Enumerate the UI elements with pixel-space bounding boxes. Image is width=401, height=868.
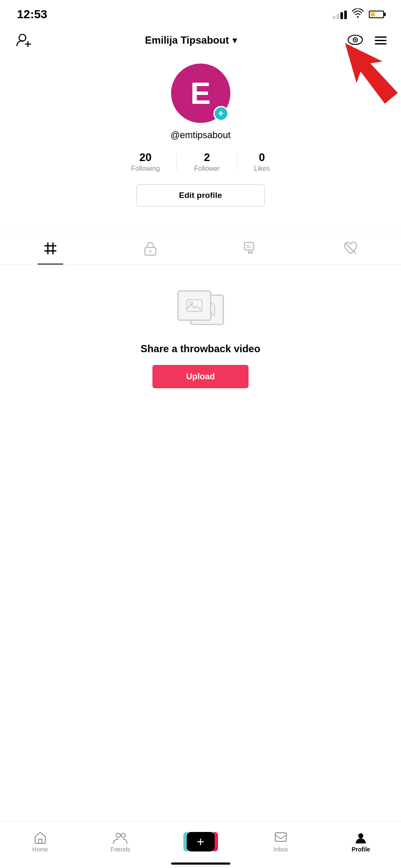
home-icon bbox=[33, 831, 47, 844]
nav-home-label: Home bbox=[32, 846, 48, 853]
profile-handle: @emtipsabout bbox=[170, 130, 230, 141]
signal-icon bbox=[333, 10, 347, 19]
svg-rect-19 bbox=[187, 300, 202, 312]
nav-friends[interactable]: Friends bbox=[80, 831, 160, 853]
eye-icon bbox=[348, 34, 363, 46]
battery-icon bbox=[369, 11, 384, 18]
header-right-actions bbox=[346, 32, 388, 49]
tab-tagged[interactable] bbox=[234, 239, 266, 258]
status-bar: 12:53 bbox=[0, 0, 401, 25]
svg-rect-21 bbox=[39, 839, 42, 843]
photo-front bbox=[177, 290, 211, 321]
profile-icon bbox=[354, 831, 368, 844]
tabs-section bbox=[0, 232, 401, 265]
nav-create[interactable]: + bbox=[160, 832, 241, 851]
followers-label: Follower bbox=[194, 165, 219, 172]
dropdown-icon: ▾ bbox=[232, 35, 237, 45]
upload-button[interactable]: Upload bbox=[152, 365, 249, 388]
svg-line-16 bbox=[346, 243, 356, 253]
nav-home[interactable]: Home bbox=[0, 831, 80, 853]
stats-row: 20 Following 2 Follower 0 Likes bbox=[114, 151, 287, 172]
svg-point-0 bbox=[19, 34, 26, 41]
add-avatar-button[interactable]: + bbox=[213, 106, 229, 121]
following-label: Following bbox=[131, 165, 160, 172]
friends-icon bbox=[113, 831, 128, 844]
tab-grid[interactable] bbox=[34, 239, 66, 258]
nav-inbox[interactable]: Inbox bbox=[241, 831, 321, 853]
tabs-row bbox=[0, 232, 401, 264]
mountain-icon-front bbox=[186, 299, 203, 312]
nav-profile[interactable]: Profile bbox=[321, 831, 401, 853]
svg-point-22 bbox=[116, 833, 120, 837]
throwback-text: Share a throwback video bbox=[141, 343, 260, 355]
placeholder-images bbox=[177, 290, 224, 333]
menu-button[interactable] bbox=[373, 35, 388, 46]
add-user-button[interactable] bbox=[13, 29, 36, 52]
likes-count: 0 bbox=[259, 151, 265, 164]
hamburger-line-1 bbox=[375, 36, 387, 38]
tagged-icon bbox=[243, 241, 258, 256]
status-time: 12:53 bbox=[17, 8, 47, 21]
svg-rect-13 bbox=[244, 242, 254, 250]
avatar-letter: E bbox=[190, 76, 210, 111]
tab-liked[interactable] bbox=[335, 239, 367, 258]
nav-profile-label: Profile bbox=[352, 846, 371, 853]
nav-friends-label: Friends bbox=[111, 846, 130, 853]
username-container[interactable]: Emilija Tipsabout ▾ bbox=[145, 34, 236, 46]
svg-point-20 bbox=[190, 302, 193, 305]
svg-point-23 bbox=[121, 833, 125, 837]
add-user-icon bbox=[16, 32, 32, 47]
following-stat[interactable]: 20 Following bbox=[114, 151, 177, 172]
header: Emilija Tipsabout ▾ bbox=[0, 25, 401, 55]
profile-section: E + @emtipsabout 20 Following 2 Follower… bbox=[0, 55, 401, 219]
avatar-container: E + bbox=[171, 64, 230, 123]
likes-stat[interactable]: 0 Likes bbox=[237, 151, 287, 172]
following-count: 20 bbox=[139, 151, 152, 164]
followers-stat[interactable]: 2 Follower bbox=[177, 151, 236, 172]
hamburger-line-3 bbox=[375, 43, 387, 45]
heart-liked-icon bbox=[343, 241, 358, 256]
svg-point-5 bbox=[354, 39, 356, 41]
lock-icon bbox=[143, 241, 158, 256]
svg-rect-24 bbox=[275, 833, 286, 841]
create-inner: + bbox=[187, 832, 215, 851]
create-plus-icon: + bbox=[196, 835, 205, 849]
username-text: Emilija Tipsabout bbox=[145, 34, 229, 46]
home-indicator bbox=[171, 862, 230, 865]
grid-icon bbox=[43, 241, 58, 256]
bottom-nav: Home Friends + Inbox bbox=[0, 821, 401, 868]
wifi-icon bbox=[352, 8, 364, 20]
tab-private[interactable] bbox=[135, 239, 166, 258]
content-area: Share a throwback video Upload bbox=[0, 265, 401, 414]
svg-point-25 bbox=[358, 833, 363, 838]
likes-label: Likes bbox=[254, 165, 270, 172]
svg-point-12 bbox=[149, 250, 151, 253]
hamburger-line-2 bbox=[375, 40, 387, 41]
edit-profile-button[interactable]: Edit profile bbox=[136, 184, 265, 206]
inbox-icon bbox=[274, 831, 288, 844]
watch-button[interactable] bbox=[346, 32, 365, 49]
nav-inbox-label: Inbox bbox=[274, 846, 288, 853]
followers-count: 2 bbox=[204, 151, 210, 164]
status-icons bbox=[333, 8, 384, 20]
